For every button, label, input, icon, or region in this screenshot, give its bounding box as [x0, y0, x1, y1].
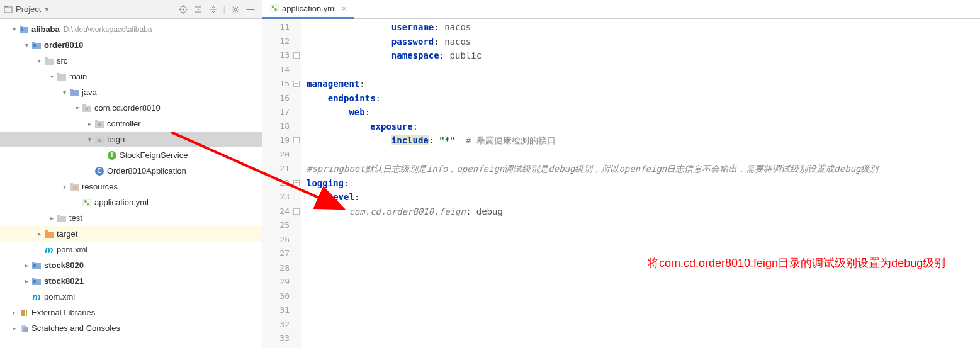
- yml-icon: [82, 198, 92, 208]
- chevron-right-icon[interactable]: ▸: [23, 278, 30, 284]
- resources-folder-icon: [69, 182, 79, 192]
- code-line: logging:: [301, 176, 980, 191]
- fold-icon[interactable]: −: [293, 52, 300, 59]
- svg-rect-37: [70, 183, 73, 185]
- svg-point-14: [274, 8, 277, 11]
- gutter-line: 17: [262, 105, 301, 120]
- tree-scratches[interactable]: ▸ Scratches and Consoles: [0, 320, 262, 336]
- chevron-down-icon[interactable]: ▾: [73, 104, 81, 111]
- fold-icon[interactable]: −: [293, 208, 300, 215]
- svg-rect-28: [82, 104, 86, 106]
- chevron-down-icon[interactable]: ▾: [23, 42, 30, 48]
- tree-package[interactable]: ▾ com.cd.order8010: [0, 100, 262, 116]
- maven-icon: m: [44, 245, 54, 255]
- chevron-down-icon[interactable]: ▾: [60, 183, 68, 190]
- module-icon: [31, 276, 42, 286]
- tree-controller[interactable]: ▸ controller: [0, 116, 262, 132]
- gutter-line: 22−: [262, 176, 301, 191]
- chevron-down-icon[interactable]: ▾: [60, 89, 68, 96]
- chevron-right-icon[interactable]: ▸: [23, 262, 30, 269]
- tree-pom1[interactable]: m pom.xml: [0, 242, 262, 257]
- chevron-down-icon[interactable]: ▾: [86, 136, 93, 143]
- chevron-right-icon[interactable]: ▸: [86, 120, 93, 127]
- project-tree[interactable]: ▾ alibaba D:\idea\workspace\alibaba ▾ or…: [0, 19, 262, 348]
- svg-rect-34: [95, 136, 98, 138]
- svg-rect-19: [32, 42, 35, 43]
- gutter-line: 33: [262, 332, 301, 346]
- tree-label: alibaba: [31, 25, 60, 34]
- tree-stock8021[interactable]: ▸ stock8021: [0, 273, 262, 289]
- gear-icon[interactable]: [228, 3, 242, 16]
- tree-target[interactable]: ▸ target: [0, 226, 262, 242]
- svg-point-32: [98, 123, 101, 126]
- svg-rect-26: [70, 89, 73, 91]
- svg-rect-0: [4, 7, 12, 13]
- tree-stock8020[interactable]: ▸ stock8020: [0, 257, 262, 273]
- svg-point-3: [182, 8, 184, 10]
- module-icon: [31, 261, 42, 271]
- svg-rect-47: [32, 262, 35, 264]
- main-area: ▾ alibaba D:\idea\workspace\alibaba ▾ or…: [0, 19, 980, 348]
- gutter-line: 15−: [262, 77, 301, 91]
- chevron-down-icon[interactable]: ▾: [45, 4, 49, 14]
- expand-icon[interactable]: [206, 3, 220, 16]
- class-icon: C: [94, 166, 104, 176]
- gutter-line: 11: [262, 20, 301, 35]
- chevron-right-icon[interactable]: ▸: [10, 309, 18, 316]
- tree-label: Order8010Application: [107, 166, 186, 176]
- gutter-line: 26: [262, 233, 301, 247]
- tree-label: controller: [107, 119, 140, 128]
- tree-order8010[interactable]: ▾ order8010: [0, 37, 262, 53]
- chevron-down-icon[interactable]: ▾: [35, 57, 43, 64]
- locate-icon[interactable]: [176, 3, 190, 16]
- code-line: [301, 289, 980, 304]
- svg-rect-50: [32, 278, 35, 279]
- tree-feign[interactable]: ▾ feign: [0, 132, 262, 147]
- tree-stock-feign-service[interactable]: I StockFeignService: [0, 147, 262, 163]
- tree-order-app[interactable]: C Order8010Application: [0, 163, 262, 179]
- fold-icon[interactable]: −: [293, 137, 300, 143]
- tree-main[interactable]: ▾ main: [0, 69, 262, 84]
- fold-icon[interactable]: −: [293, 81, 300, 87]
- chevron-right-icon[interactable]: ▸: [35, 230, 43, 237]
- chevron-right-icon[interactable]: ▸: [48, 215, 55, 222]
- chevron-down-icon[interactable]: ▾: [48, 73, 55, 80]
- svg-point-35: [98, 139, 101, 142]
- tree-resources[interactable]: ▾ resources: [0, 179, 262, 194]
- tree-pom2[interactable]: m pom.xml: [0, 289, 262, 305]
- hide-icon[interactable]: —: [244, 3, 257, 16]
- tree-external-libraries[interactable]: ▸ External Libraries: [0, 305, 262, 320]
- tree-label: pom.xml: [44, 292, 75, 301]
- tree-src[interactable]: ▾ src: [0, 53, 262, 69]
- tree-label: com.cd.order8010: [94, 103, 161, 113]
- svg-rect-38: [73, 186, 77, 189]
- collapse-icon[interactable]: [191, 3, 205, 16]
- tree-java[interactable]: ▾ java: [0, 84, 262, 100]
- gutter-line: 24−: [262, 205, 301, 219]
- code-editor[interactable]: username: nacos password: nacos namespac…: [301, 19, 980, 348]
- code-line: exposure:: [301, 120, 980, 134]
- gutter-line: 12: [262, 35, 301, 49]
- tree-label: External Libraries: [31, 308, 95, 317]
- close-icon[interactable]: ×: [342, 4, 347, 13]
- project-panel-header: Project ▾ | —: [0, 0, 262, 18]
- tab-application-yml[interactable]: application.yml ×: [262, 0, 354, 19]
- gutter-line: 20: [262, 148, 301, 162]
- tree-root[interactable]: ▾ alibaba D:\idea\workspace\alibaba: [0, 21, 262, 37]
- tree-label: Scratches and Consoles: [31, 323, 120, 333]
- yml-icon: [270, 4, 279, 14]
- tree-test[interactable]: ▸ test: [0, 210, 262, 226]
- tree-label: feign: [107, 135, 125, 144]
- package-icon: [94, 135, 104, 145]
- fold-icon[interactable]: −: [293, 180, 300, 186]
- svg-rect-20: [33, 44, 36, 47]
- project-dropdown[interactable]: Project: [16, 4, 41, 14]
- svg-rect-42: [57, 216, 66, 222]
- tree-app-yml[interactable]: application.yml: [0, 194, 262, 210]
- chevron-right-icon[interactable]: ▸: [10, 325, 18, 332]
- scratches-icon: [19, 323, 29, 334]
- folder-icon: [57, 213, 67, 223]
- code-line: [301, 218, 980, 233]
- svg-rect-39: [83, 199, 91, 206]
- chevron-down-icon[interactable]: ▾: [10, 26, 18, 33]
